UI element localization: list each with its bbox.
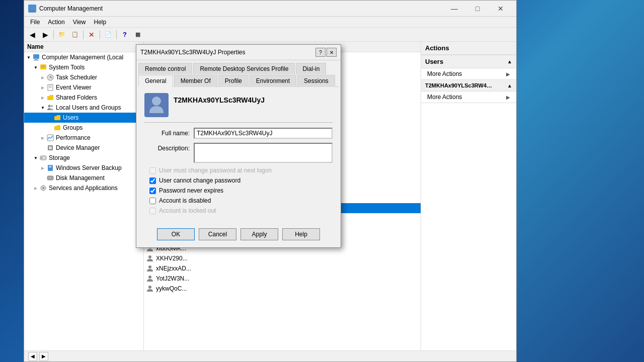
actions-user-more[interactable]: More Actions ▶ <box>421 92 516 103</box>
svg-point-51 <box>148 265 151 268</box>
dialog-apply-button[interactable]: Apply <box>240 228 278 240</box>
actions-user-detail-header[interactable]: T2MKHAx90YLSc3RW4UyJ ▲ <box>421 80 516 92</box>
tab-dial-in[interactable]: Dial-in <box>296 63 326 74</box>
scroll-left-btn[interactable]: ◀ <box>28 352 37 361</box>
tree-node-users[interactable]: ▶ Users <box>24 113 143 123</box>
dialog-help-btn[interactable]: ? <box>315 48 326 57</box>
tree-node-system-tools[interactable]: ▼ System Tools <box>24 62 143 72</box>
properties-button[interactable]: 📄 <box>102 29 114 40</box>
scroll-right-btn[interactable]: ▶ <box>39 352 48 361</box>
checkbox-must-change[interactable] <box>149 167 156 174</box>
minimize-button[interactable]: — <box>443 1 466 17</box>
forward-button[interactable]: ▶ <box>39 29 51 40</box>
menu-help[interactable]: Help <box>90 18 111 27</box>
delete-button[interactable]: ✕ <box>86 29 98 40</box>
tree-label-root: Computer Management (Local <box>42 54 123 61</box>
actions-users-header[interactable]: Users ▲ <box>421 55 516 68</box>
tree-node-services-apps[interactable]: ▶ Services and Applications <box>24 183 143 193</box>
list-item-24[interactable]: yykwQoC... <box>144 284 421 294</box>
tab-profile[interactable]: Profile <box>218 75 249 87</box>
tab-environment[interactable]: Environment <box>250 75 296 87</box>
tree-arrow-services-apps: ▶ <box>32 185 39 192</box>
tree-node-device-manager[interactable]: ▶ Device Manager <box>24 143 143 153</box>
description-row: Description: <box>144 143 333 163</box>
description-input[interactable] <box>194 143 333 163</box>
tab-general[interactable]: General <box>138 75 173 87</box>
actions-user-more-arrow: ▶ <box>506 95 510 100</box>
actions-users-label: Users <box>425 58 443 65</box>
dialog-ok-button[interactable]: OK <box>157 228 195 240</box>
toolbar-separator-4 <box>116 30 117 39</box>
tree-label-device-manager: Device Manager <box>56 144 100 151</box>
title-bar: Computer Management — □ ✕ <box>24 1 516 17</box>
dialog-close-btn[interactable]: ✕ <box>327 48 337 57</box>
tab-member-of[interactable]: Member Of <box>174 75 217 87</box>
actions-users-section: Users ▲ More Actions ▶ <box>421 55 516 80</box>
status-bar: ◀ ▶ <box>24 350 516 361</box>
dialog-title-buttons: ? ✕ <box>315 48 337 57</box>
svg-rect-5 <box>34 60 39 60</box>
tree-arrow-disk-management: ▶ <box>39 174 46 182</box>
performance-icon <box>46 134 54 142</box>
checkbox-pwd-never-expires[interactable] <box>149 188 156 194</box>
dialog-footer: OK Cancel Apply Help <box>136 223 341 247</box>
tree-arrow-root: ▼ <box>25 54 32 61</box>
export-button[interactable]: ▦ <box>132 29 144 40</box>
tree-node-performance[interactable]: ▶ Performance <box>24 133 143 143</box>
list-item-21[interactable]: XKHV290... <box>144 253 421 263</box>
tree-node-task-scheduler[interactable]: ▶ Task Scheduler <box>24 72 143 82</box>
help-toolbar-button[interactable]: ? <box>119 29 131 40</box>
list-item-23[interactable]: YotJ2W3N... <box>144 274 421 284</box>
user-display-name: T2MKHAx90YLSc3RW4UyJ <box>174 93 265 104</box>
tree-node-root[interactable]: ▼ Computer Management (Local <box>24 52 143 62</box>
tree-node-server-backup[interactable]: ▶ Windows Server Backup <box>24 163 143 173</box>
back-button[interactable]: ◀ <box>26 29 38 40</box>
checkbox-account-locked-label: Account is locked out <box>159 207 216 214</box>
checkbox-account-disabled[interactable] <box>149 198 156 204</box>
actions-user-detail-label: T2MKHAx90YLSc3RW4UyJ <box>425 82 496 88</box>
tree-node-storage[interactable]: ▼ Storage <box>24 153 143 163</box>
menu-file[interactable]: File <box>26 18 44 27</box>
tree-arrow-performance: ▶ <box>39 134 46 141</box>
tree-label-performance: Performance <box>56 134 91 141</box>
checkbox-account-locked[interactable] <box>149 208 156 214</box>
svg-point-27 <box>49 177 51 179</box>
tree-arrow-task-scheduler: ▶ <box>39 74 46 81</box>
tree-node-event-viewer[interactable]: ▶ Event Viewer <box>24 82 143 93</box>
menu-bar: File Action View Help <box>24 17 516 28</box>
tree-node-disk-management[interactable]: ▶ Disk Management <box>24 173 143 183</box>
maximize-button[interactable]: □ <box>466 1 489 17</box>
list-button[interactable]: 📋 <box>69 29 81 40</box>
checkboxes-group: User must change password at next logon … <box>144 167 333 214</box>
tree-node-groups[interactable]: ▶ Groups <box>24 123 143 133</box>
actions-users-more-arrow: ▶ <box>506 71 510 77</box>
checkbox-cannot-change[interactable] <box>149 177 156 184</box>
menu-view[interactable]: View <box>69 18 90 27</box>
full-name-label: Full name: <box>144 130 190 137</box>
menu-action[interactable]: Action <box>44 18 68 27</box>
full-name-input[interactable] <box>194 128 333 139</box>
close-button[interactable]: ✕ <box>489 1 512 17</box>
tab-remote-desktop[interactable]: Remote Desktop Services Profile <box>193 63 295 74</box>
tree-arrow-system-tools: ▼ <box>32 64 39 71</box>
dialog-help-footer-button[interactable]: Help <box>282 228 320 240</box>
tree-label-disk-management: Disk Management <box>56 174 105 182</box>
tree-arrow-shared-folders: ▶ <box>39 94 46 101</box>
groups-folder-icon <box>53 124 61 132</box>
svg-point-22 <box>41 157 43 159</box>
list-item-22[interactable]: xNEjzxxAD... <box>144 263 421 274</box>
backup-icon <box>46 164 54 172</box>
status-scroll: ◀ ▶ <box>28 352 48 361</box>
device-manager-icon <box>46 144 54 152</box>
actions-user-more-label: More Actions <box>427 94 462 101</box>
folder-button[interactable]: 📁 <box>56 29 68 40</box>
tree-node-shared-folders[interactable]: ▶ Shared Folders <box>24 93 143 103</box>
actions-users-chevron: ▲ <box>507 59 512 64</box>
actions-title[interactable]: Actions <box>421 42 516 55</box>
tab-remote-control[interactable]: Remote control <box>138 63 192 74</box>
dialog-cancel-button[interactable]: Cancel <box>199 228 236 240</box>
tree-node-local-users[interactable]: ▼ Local Users and Groups <box>24 103 143 113</box>
tab-sessions[interactable]: Sessions <box>297 75 335 87</box>
actions-users-more[interactable]: More Actions ▶ <box>421 68 516 79</box>
checkbox-must-change-row: User must change password at next logon <box>144 167 333 174</box>
